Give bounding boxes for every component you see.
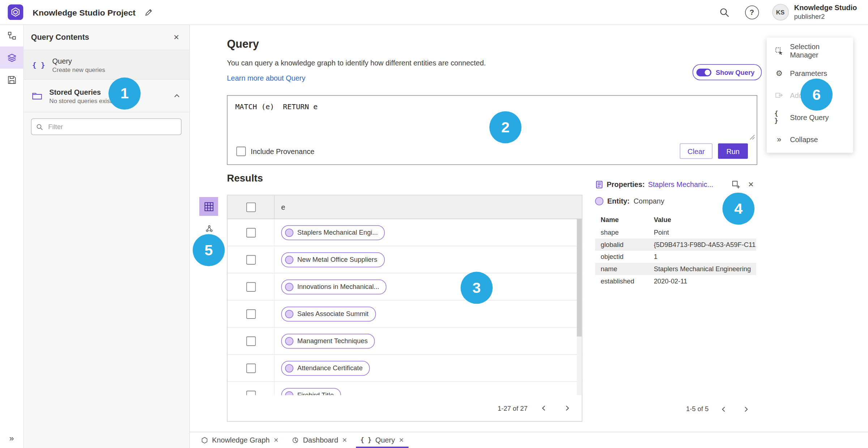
entity-pill[interactable]: Sales Associate Summit	[281, 306, 376, 321]
row-checkbox[interactable]	[246, 282, 255, 291]
menu-item-store-query[interactable]: { } Store Query	[767, 106, 853, 128]
menu-item-label: Parameters	[790, 69, 827, 77]
menu-item-collapse[interactable]: » Collapse	[767, 128, 853, 150]
braces-icon: { }	[361, 436, 371, 444]
collapse-icon: »	[774, 135, 784, 144]
query-description: You can query a knowledge graph to ident…	[227, 59, 486, 67]
next-page-button[interactable]	[559, 401, 574, 415]
account-org: Knowledge Studio	[794, 4, 857, 13]
entity-pill[interactable]: Staplers Mechanical Engi...	[281, 225, 385, 240]
property-name: established	[595, 277, 654, 285]
search-button[interactable]	[717, 5, 732, 20]
clear-button[interactable]: Clear	[680, 143, 712, 159]
results-table: e Staplers Mechanical Engi... New Metal …	[227, 195, 583, 422]
stored-queries-label: Stored Queries	[49, 88, 111, 96]
annotation-badge-5: 5	[193, 234, 225, 266]
rail-item-layers[interactable]	[0, 47, 23, 69]
resize-handle[interactable]	[749, 135, 755, 140]
knowledge-graph-icon	[201, 436, 208, 444]
entity-pill[interactable]: Innovations in Mechanical...	[281, 279, 387, 294]
close-tab-icon[interactable]: ✕	[342, 436, 347, 444]
annotation-badge-4: 4	[722, 193, 754, 225]
rail-item-save[interactable]	[0, 69, 23, 91]
account-info: Knowledge Studio publisher2	[794, 4, 857, 21]
layers-icon	[7, 53, 16, 62]
include-provenance-label: Include Provenance	[251, 147, 314, 155]
entity-pill[interactable]: Attendance Certificate	[281, 360, 370, 375]
sidebar-item-stored-queries[interactable]: Stored Queries No stored queries exist	[23, 80, 189, 112]
menu-item-selection-manager[interactable]: Selection Manager	[767, 40, 853, 62]
close-properties-button[interactable]: ✕	[746, 179, 756, 190]
annotation-badge-2: 2	[489, 111, 522, 144]
property-name: shape	[595, 229, 654, 236]
tab-knowledge-graph[interactable]: Knowledge Graph ✕	[194, 432, 285, 448]
row-checkbox[interactable]	[246, 363, 255, 373]
row-checkbox[interactable]	[246, 255, 255, 264]
query-contents-header: Query Contents ✕	[23, 24, 189, 50]
property-row: objectid 1	[595, 251, 756, 263]
close-tab-icon[interactable]: ✕	[399, 436, 404, 444]
run-button[interactable]: Run	[718, 143, 748, 159]
result-row: Sales Associate Summit	[227, 300, 582, 328]
top-bar: Knowledge Studio Project ? KS Knowledge …	[0, 0, 868, 25]
property-value: 2020-02-11	[654, 277, 756, 285]
hexagon-logo-icon	[10, 7, 21, 18]
page-title: Knowledge Studio Project	[33, 8, 135, 17]
sidebar-item-query[interactable]: { } Query Create new queries	[23, 50, 189, 80]
app-logo[interactable]	[8, 4, 23, 20]
properties-entity-link[interactable]: Staplers Mechanic...	[648, 180, 713, 189]
prev-page-button[interactable]	[716, 402, 731, 416]
expand-rail-button[interactable]: »	[0, 430, 23, 446]
avatar[interactable]: KS	[772, 4, 789, 21]
stored-queries-description: No stored queries exist	[49, 97, 111, 104]
prev-page-button[interactable]	[536, 401, 551, 415]
chevron-left-icon	[540, 405, 547, 412]
properties-pagination-text: 1-5 of 5	[686, 405, 709, 413]
property-row: name Staplers Mechanical Engineering	[595, 263, 756, 275]
learn-more-link[interactable]: Learn more about Query	[227, 74, 306, 82]
add-to-selection-button[interactable]	[729, 178, 742, 191]
collapse-section-button[interactable]	[172, 91, 182, 101]
entity-pill[interactable]: Firebird Title	[281, 388, 341, 395]
row-checkbox[interactable]	[246, 391, 255, 395]
result-row: Staplers Mechanical Engi...	[227, 219, 582, 246]
tab-dashboard[interactable]: Dashboard ✕	[285, 432, 354, 448]
edit-title-button[interactable]	[143, 7, 154, 17]
entity-dot-icon	[285, 282, 293, 291]
filter-input[interactable]	[47, 122, 176, 131]
show-query-toggle[interactable]: Show Query	[693, 64, 762, 80]
row-checkbox[interactable]	[246, 228, 255, 237]
include-provenance-checkbox[interactable]	[237, 146, 246, 156]
results-pagination-text: 1-27 of 27	[498, 404, 528, 412]
filter-box	[31, 119, 182, 135]
select-all-checkbox[interactable]	[246, 202, 255, 212]
braces-icon: { }	[774, 110, 784, 125]
entity-dot-icon	[285, 391, 293, 395]
close-panel-button[interactable]: ✕	[171, 32, 182, 42]
gear-icon: ⚙	[774, 69, 784, 77]
save-icon	[7, 75, 16, 84]
row-checkbox[interactable]	[246, 336, 255, 346]
row-checkbox[interactable]	[246, 309, 255, 319]
column-header-name: Name	[595, 216, 654, 223]
table-scrollbar[interactable]	[577, 219, 582, 336]
tab-label: Query	[375, 436, 395, 444]
close-tab-icon[interactable]: ✕	[273, 436, 278, 444]
graph-view-button[interactable]	[202, 221, 217, 236]
tab-query[interactable]: { } Query ✕	[354, 432, 410, 448]
help-button[interactable]: ?	[745, 5, 759, 19]
entity-label: Entity:	[607, 197, 630, 205]
next-page-button[interactable]	[739, 402, 753, 416]
entity-pill[interactable]: Managment Techniques	[281, 333, 375, 348]
table-scrollbar-track	[577, 219, 582, 395]
result-row: Managment Techniques	[227, 328, 582, 355]
results-heading: Results	[227, 173, 263, 184]
table-view-button[interactable]	[199, 197, 218, 216]
rail-item-hierarchy[interactable]	[0, 24, 23, 46]
dashboard-icon	[292, 436, 299, 444]
entity-pill[interactable]: New Metal Office Suppliers	[281, 252, 384, 267]
resize-grip-icon	[749, 135, 755, 140]
entity-pill-label: Attendance Certificate	[297, 364, 363, 372]
toggle-track	[697, 68, 711, 76]
query-code[interactable]: MATCH (e) RETURN e	[235, 102, 318, 111]
